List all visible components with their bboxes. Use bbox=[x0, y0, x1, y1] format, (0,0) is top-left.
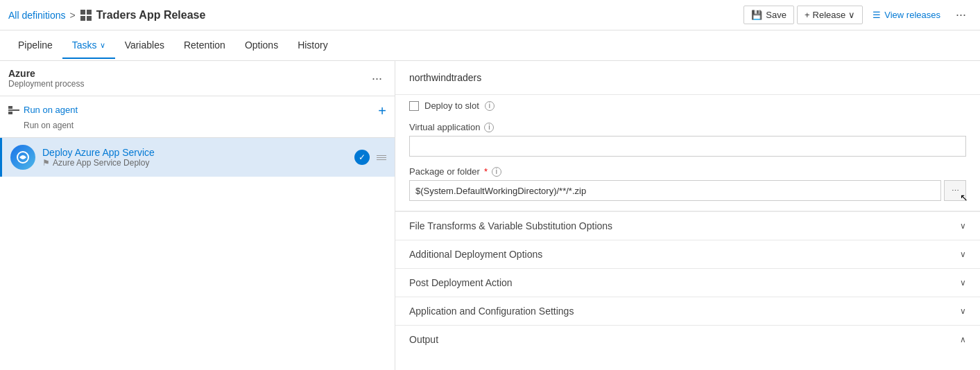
right-panel: northwindtraders Deploy to slot i Virtua… bbox=[395, 61, 980, 370]
task-type: ⚑ Azure App Service Deploy bbox=[42, 158, 347, 168]
post-deployment-section[interactable]: Post Deployment Action ∨ bbox=[395, 268, 980, 297]
svg-rect-1 bbox=[87, 10, 92, 15]
form-fields-container: Virtual application i Package or folder … bbox=[395, 116, 980, 201]
deploy-to-slot-checkbox[interactable] bbox=[409, 101, 419, 111]
task-icon-circle bbox=[10, 145, 35, 170]
task-info: Deploy Azure App Service ⚑ Azure App Ser… bbox=[42, 147, 347, 168]
run-on-agent-text: Run on agent bbox=[24, 105, 78, 115]
release-button[interactable]: + Release ∨ bbox=[797, 6, 863, 24]
package-folder-label: Package or folder * i bbox=[409, 166, 966, 177]
add-task-button[interactable]: + bbox=[378, 103, 386, 119]
output-label: Output bbox=[409, 334, 438, 345]
tasks-chevron-icon: ∨ bbox=[100, 41, 105, 50]
tab-variables[interactable]: Variables bbox=[115, 33, 174, 59]
task-name: Deploy Azure App Service bbox=[42, 147, 347, 158]
release-plus-icon: + bbox=[805, 10, 810, 20]
northwind-field: northwindtraders bbox=[395, 61, 980, 95]
svg-rect-2 bbox=[80, 16, 85, 21]
more-dots-icon: ··· bbox=[956, 8, 966, 21]
tab-history[interactable]: History bbox=[288, 33, 338, 59]
browse-icon: ⋯ bbox=[952, 186, 959, 195]
additional-deployment-label: Additional Deployment Options bbox=[409, 249, 542, 260]
virtual-application-info-icon[interactable]: i bbox=[484, 123, 494, 132]
run-on-agent-label[interactable]: Run on agent bbox=[8, 105, 78, 115]
header-actions: 💾 Save + Release ∨ ☰ View releases ··· bbox=[743, 4, 972, 26]
deploy-to-slot-label: Deploy to slot bbox=[424, 100, 479, 111]
breadcrumb: All definitions > Traders App Release bbox=[8, 9, 743, 21]
azure-section-title: Azure bbox=[8, 68, 84, 79]
save-icon: 💾 bbox=[751, 10, 762, 20]
azure-section-subtitle: Deployment process bbox=[8, 79, 84, 89]
package-folder-input[interactable] bbox=[409, 180, 941, 201]
package-folder-info-icon[interactable]: i bbox=[492, 167, 501, 177]
page-title: Traders App Release bbox=[96, 9, 206, 21]
deploy-azure-task-item[interactable]: Deploy Azure App Service ⚑ Azure App Ser… bbox=[0, 138, 395, 177]
azure-section-more-button[interactable]: ··· bbox=[368, 70, 386, 87]
task-type-flag-icon: ⚑ bbox=[42, 158, 50, 168]
output-chevron-icon: ∧ bbox=[960, 335, 966, 344]
package-folder-field: Package or folder * i ⋯ ↖ bbox=[409, 166, 966, 201]
task-status-badge: ✓ bbox=[354, 150, 370, 165]
left-panel: Azure Deployment process ··· Run on agen… bbox=[0, 61, 395, 370]
save-button[interactable]: 💾 Save bbox=[743, 6, 794, 24]
tab-pipeline[interactable]: Pipeline bbox=[8, 33, 62, 59]
app-config-chevron-icon: ∨ bbox=[960, 306, 966, 316]
browse-button[interactable]: ⋯ ↖ bbox=[944, 180, 966, 201]
azure-section-header: Azure Deployment process ··· bbox=[0, 61, 395, 96]
release-chevron-icon: ∨ bbox=[848, 10, 855, 20]
cursor-icon: ↖ bbox=[960, 192, 968, 203]
breadcrumb-all-link[interactable]: All definitions bbox=[8, 10, 66, 21]
svg-rect-4 bbox=[8, 106, 12, 109]
release-label: Release bbox=[813, 10, 846, 20]
tab-tasks[interactable]: Tasks ∨ bbox=[62, 33, 115, 59]
post-deployment-label: Post Deployment Action bbox=[409, 277, 513, 288]
virtual-application-label: Virtual application i bbox=[409, 122, 966, 132]
virtual-application-field: Virtual application i bbox=[409, 122, 966, 157]
additional-deployment-section[interactable]: Additional Deployment Options ∨ bbox=[395, 240, 980, 268]
run-on-agent-section: Run on agent + Run on agent bbox=[0, 96, 395, 138]
deploy-to-slot-row: Deploy to slot i bbox=[395, 95, 980, 116]
svg-rect-5 bbox=[8, 109, 19, 111]
app-config-label: Application and Configuration Settings bbox=[409, 306, 574, 317]
output-section[interactable]: Output ∧ bbox=[395, 325, 980, 353]
task-drag-handle[interactable] bbox=[377, 155, 386, 160]
breadcrumb-separator: > bbox=[70, 10, 76, 21]
file-transforms-label: File Transforms & Variable Substitution … bbox=[409, 220, 612, 231]
tab-retention[interactable]: Retention bbox=[174, 33, 235, 59]
deploy-to-slot-info-icon[interactable]: i bbox=[485, 101, 495, 111]
package-required-indicator: * bbox=[484, 166, 488, 177]
azure-section-info: Azure Deployment process bbox=[8, 68, 84, 89]
tab-options[interactable]: Options bbox=[235, 33, 288, 59]
package-input-row: ⋯ ↖ bbox=[409, 180, 966, 201]
main-layout: Azure Deployment process ··· Run on agen… bbox=[0, 61, 980, 370]
svg-rect-0 bbox=[80, 10, 85, 15]
northwind-value: northwindtraders bbox=[409, 68, 966, 87]
header: All definitions > Traders App Release 💾 … bbox=[0, 0, 980, 30]
svg-rect-3 bbox=[87, 16, 92, 21]
file-transforms-chevron-icon: ∨ bbox=[960, 221, 966, 231]
additional-deployment-chevron-icon: ∨ bbox=[960, 249, 966, 259]
file-transforms-section[interactable]: File Transforms & Variable Substitution … bbox=[395, 211, 980, 240]
more-options-button[interactable]: ··· bbox=[950, 4, 972, 26]
run-on-agent-sublabel: Run on agent bbox=[8, 121, 386, 130]
run-on-agent-icon bbox=[8, 106, 19, 114]
save-label: Save bbox=[766, 10, 786, 20]
virtual-application-input[interactable] bbox=[409, 136, 966, 157]
view-releases-label: View releases bbox=[884, 10, 940, 20]
post-deployment-chevron-icon: ∨ bbox=[960, 278, 966, 288]
app-config-section[interactable]: Application and Configuration Settings ∨ bbox=[395, 297, 980, 325]
nav-tabs: Pipeline Tasks ∨ Variables Retention Opt… bbox=[0, 30, 980, 61]
view-releases-button[interactable]: ☰ View releases bbox=[866, 6, 947, 24]
view-releases-icon: ☰ bbox=[872, 10, 881, 20]
release-definition-icon bbox=[80, 9, 92, 21]
svg-rect-6 bbox=[8, 112, 12, 114]
